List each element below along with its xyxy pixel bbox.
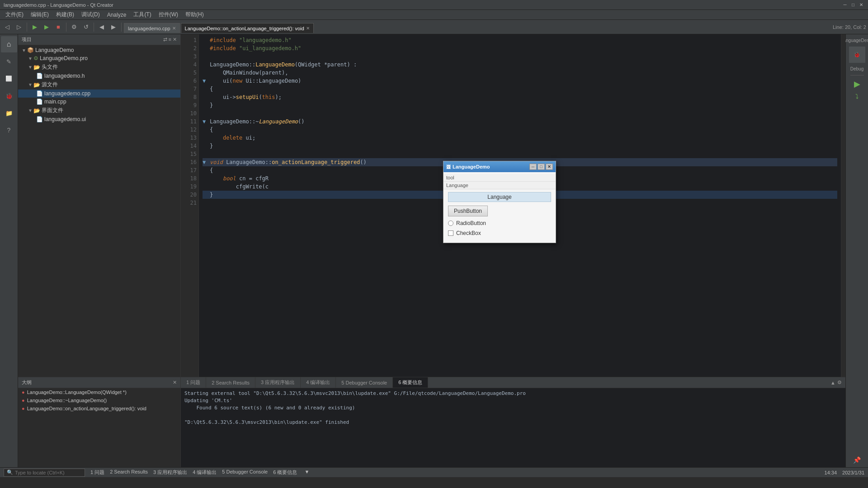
status-search-results[interactable]: 2 Search Results (110, 469, 148, 476)
editor-scrollbar[interactable] (841, 34, 845, 377)
arrow-16[interactable]: ▼ (203, 158, 210, 166)
tab-close-1[interactable]: ✕ (172, 26, 176, 31)
search-box[interactable]: 🔍 (4, 469, 85, 477)
code-cls-11: LanguageDemo (210, 117, 249, 126)
tree-arrow-ui[interactable]: ▼ (28, 108, 33, 113)
sidebar-icon-edit[interactable]: ✎ (1, 53, 17, 70)
tree-item-sources[interactable]: ▼ 📂 源文件 (18, 80, 180, 89)
output-tab-app[interactable]: 3 应用程序输出 (255, 377, 301, 388)
arrow-11[interactable]: ▼ (203, 117, 210, 126)
dialog-minimize-btn[interactable]: ─ (529, 164, 537, 170)
menu-analyze[interactable]: Analyze (104, 11, 130, 19)
status-app-output[interactable]: 3 应用程序输出 (153, 469, 187, 476)
status-summary-icon[interactable]: ▼ (304, 469, 309, 476)
code-include-1: #include (210, 36, 239, 44)
run-button[interactable]: ▶ (29, 22, 40, 33)
tree-item-h[interactable]: 📄 languagedemo.h (18, 72, 180, 80)
code-pun-4: (parent), (259, 69, 288, 77)
debug-step-btn[interactable]: ⤵ (855, 93, 859, 100)
back-button[interactable]: ◁ (2, 22, 13, 33)
outline-item-constructor[interactable]: ● LanguageDemo::LanguageDemo(QWidget *) (18, 388, 180, 396)
output-tab-compile[interactable]: 4 编译输出 (301, 377, 336, 388)
search-input[interactable] (15, 470, 82, 475)
tree-arrow-headers[interactable]: ▼ (28, 65, 33, 70)
project-filter-btn[interactable]: ≡ (169, 37, 171, 42)
forward-button[interactable]: ▷ (14, 22, 24, 33)
debug-pin-btn[interactable]: 📌 (853, 456, 861, 464)
menu-file[interactable]: 文件(E) (2, 10, 27, 19)
menu-tools[interactable]: 工具(T) (130, 10, 155, 19)
tree-arrow-sources[interactable]: ▼ (28, 82, 33, 87)
project-sync-btn[interactable]: ⇄ (163, 37, 167, 42)
main-layout: ⌂ ✎ ⬜ 🐞 📁 ? 项目 ⇄ ≡ ✕ ▼ 📦 LanguageDemo (0, 34, 868, 467)
prev-button[interactable]: ◀ (96, 22, 107, 33)
project-close-btn[interactable]: ✕ (173, 37, 177, 42)
code-fn-11: LanguageDemo (259, 117, 298, 126)
code-line-7: { (203, 85, 837, 93)
tree-icon-ui: 📂 (33, 108, 40, 114)
output-tab-debugger[interactable]: 5 Debugger Console (336, 377, 393, 388)
stop-button[interactable]: ■ (53, 22, 64, 33)
debug-run-button[interactable]: ▶ (41, 22, 52, 33)
tree-item-headers[interactable]: ▼ 📂 头文件 (18, 62, 180, 72)
menu-debug[interactable]: 调试(D) (78, 10, 104, 19)
outline-header: 大纲 ✕ (18, 377, 180, 388)
dialog-titlebar[interactable]: 🖼 LanguageDemo ─ □ ✕ (443, 161, 556, 172)
dialog-push-button[interactable]: PushButton (448, 206, 488, 216)
minimize-button[interactable]: ─ (842, 2, 848, 8)
tree-arrow-root[interactable]: ▼ (22, 48, 26, 53)
next-button[interactable]: ▶ (108, 22, 119, 33)
tab-close-2[interactable]: ✕ (306, 26, 310, 31)
output-tab-summary[interactable]: 6 概要信息 (393, 377, 428, 388)
code-line-4: LanguageDemo::LanguageDemo(QWidget *pare… (203, 61, 837, 69)
tree-item-languagedemo[interactable]: ▼ 📦 LanguageDemo (18, 46, 180, 54)
dialog-maximize-btn[interactable]: □ (538, 164, 545, 170)
status-problems[interactable]: 1 问题 (90, 469, 104, 476)
sidebar-icon-welcome[interactable]: ⌂ (1, 36, 17, 52)
menu-widget[interactable]: 控件(W) (155, 10, 182, 19)
status-compile-output[interactable]: 4 编译输出 (193, 469, 217, 476)
tab-languagedemo-cpp[interactable]: languagedemo.cpp ✕ (124, 23, 180, 33)
tree-item-cpp[interactable]: 📄 languagedemo.cpp (18, 89, 180, 98)
tree-item-pro[interactable]: ▼ ⚙ LanguageDemo.pro (18, 54, 180, 62)
dialog-close-btn[interactable]: ✕ (546, 164, 553, 170)
dialog-menu-label[interactable]: tool (446, 175, 454, 180)
menu-build[interactable]: 构建(B) (52, 10, 78, 19)
tree-item-maincpp[interactable]: 📄 main.cpp (18, 98, 180, 106)
dialog-checkbox[interactable]: CheckBox (448, 230, 551, 236)
debug-panel-icon[interactable]: 🐞 (849, 47, 865, 63)
code-container[interactable]: 1 2 3 4 5 6 7 8 9 10 11 12 13 14 15 16 1… (181, 34, 845, 377)
output-tab-search[interactable]: 2 Search Results (206, 377, 255, 388)
status-summary[interactable]: 6 概要信息 (273, 469, 297, 476)
outline-item-destructor[interactable]: ● LanguageDemo::~LanguageDemo() (18, 396, 180, 404)
code-line-1: #include "languagedemo.h" (203, 36, 837, 44)
code-brace-9: } (210, 101, 213, 109)
tree-item-ui-file[interactable]: 📄 languagedemo.ui (18, 115, 180, 123)
output-tab-problems[interactable]: 1 问题 (181, 377, 206, 388)
sidebar-icon-projects[interactable]: 📁 (1, 105, 17, 121)
close-button[interactable]: ✕ (858, 2, 864, 8)
rebuild-button[interactable]: ↺ (80, 22, 91, 33)
outline-item-triggered[interactable]: ● LanguageDemo::on_actionLanguage_trigge… (18, 404, 180, 413)
build-button[interactable]: ⚙ (69, 22, 80, 33)
sidebar-icon-debug[interactable]: 🐞 (1, 88, 17, 104)
status-items: 1 问题 2 Search Results 3 应用程序输出 4 编译输出 5 … (90, 469, 819, 476)
status-debugger-console[interactable]: 5 Debugger Console (222, 469, 268, 476)
sidebar-icon-design[interactable]: ⬜ (1, 70, 17, 87)
output-expand-btn[interactable]: ▲ (830, 380, 835, 385)
debug-run-btn[interactable]: ▶ (854, 79, 860, 89)
menu-help[interactable]: 帮助(H) (182, 10, 208, 19)
outline-close-btn[interactable]: ✕ (173, 380, 177, 385)
project-header-controls: ⇄ ≡ ✕ (163, 37, 177, 42)
sidebar-icon-help[interactable]: ? (1, 122, 17, 138)
code-brace-20: } (210, 191, 213, 199)
dialog-radio-button[interactable]: RadioButton (448, 220, 551, 226)
tree-arrow-pro[interactable]: ▼ (28, 56, 33, 61)
code-type-1: QWidget (298, 61, 321, 69)
arrow-6[interactable]: ▼ (203, 77, 210, 85)
maximize-button[interactable]: □ (850, 2, 856, 8)
output-gear-btn[interactable]: ⚙ (837, 380, 842, 385)
tab-triggered[interactable]: LanguageDemo::on_actionLanguage_triggere… (181, 23, 314, 33)
tree-item-ui[interactable]: ▼ 📂 界面文件 (18, 106, 180, 115)
menu-edit[interactable]: 编辑(E) (27, 10, 52, 19)
